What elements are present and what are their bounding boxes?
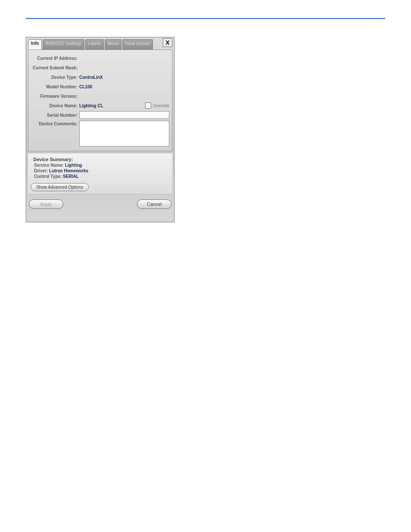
device-name-value: Lighting CL [79, 103, 142, 108]
cancel-button[interactable]: Cancel [137, 199, 171, 209]
tab-ir-rs232[interactable]: IR/RS232 Settings [43, 39, 84, 50]
tab-info[interactable]: Info [28, 39, 42, 50]
apply-button[interactable]: Apply [29, 199, 63, 209]
tab-labels[interactable]: Labels [85, 39, 104, 50]
tab-menu[interactable]: Menu [105, 39, 121, 50]
close-icon[interactable]: X [163, 38, 172, 47]
override-checkbox[interactable] [145, 103, 151, 109]
control-type-value: SERIAL [63, 174, 79, 179]
tab-bar: Info IR/RS232 Settings Labels Menu Input… [28, 39, 172, 50]
show-advanced-button[interactable]: Show Advanced Options [31, 183, 89, 191]
device-summary-heading: Device Summary: [33, 157, 170, 162]
control-type-label: Control Type: [34, 174, 62, 179]
model-number-value: CL100 [79, 84, 92, 89]
device-name-label: Device Name: [31, 103, 79, 108]
driver-value: Lutron Homeworks [49, 168, 88, 173]
driver-label: Driver: [34, 168, 48, 173]
device-type-value: ControLinX [79, 75, 103, 80]
service-name-label: Service Name: [34, 163, 64, 168]
current-subnet-label: Current Subnet Mask: [31, 65, 79, 70]
dialog-button-row: Apply Cancel [28, 196, 172, 211]
override-label: Override [153, 103, 169, 108]
serial-number-label: Serial Number: [31, 113, 79, 118]
summary-panel: Device Summary: Service Name: Lighting D… [28, 153, 172, 194]
model-number-label: Model Number: [31, 84, 79, 89]
firmware-version-label: Firmware Version: [31, 94, 79, 99]
device-info-dialog: Info IR/RS232 Settings Labels Menu Input… [26, 37, 174, 222]
current-ip-label: Current IP Address: [31, 56, 79, 61]
device-type-label: Device Type: [31, 75, 79, 80]
device-comments-input[interactable] [79, 121, 169, 146]
tab-input-sensor[interactable]: Input Sensor [122, 39, 153, 50]
device-comments-label: Device Comments: [31, 121, 79, 126]
info-panel: Current IP Address: Current Subnet Mask:… [28, 50, 172, 151]
header-rule [26, 18, 385, 19]
service-name-value: Lighting [65, 163, 82, 168]
serial-number-input[interactable] [79, 111, 169, 119]
